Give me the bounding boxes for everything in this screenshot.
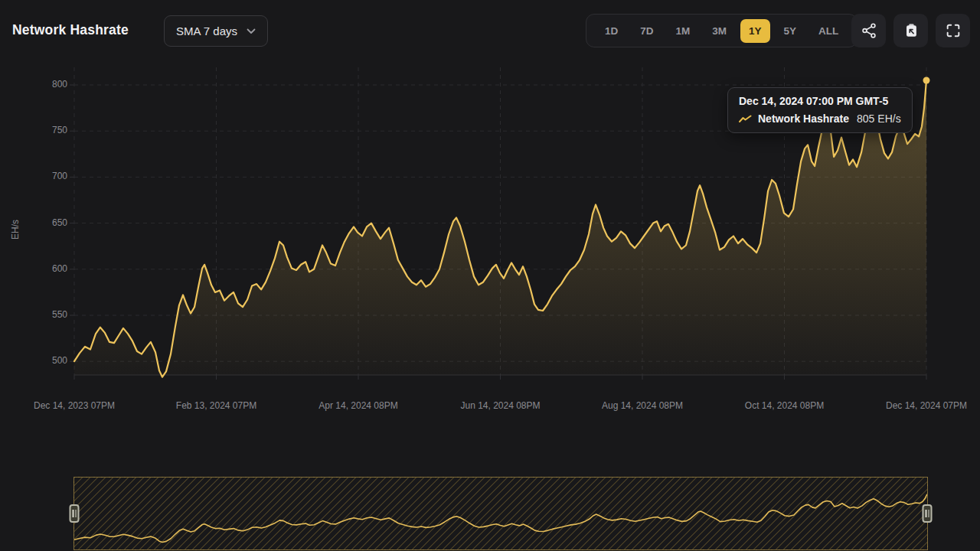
x-tick-label: Oct 14, 2024 08PM (745, 400, 824, 411)
sparkline-icon (739, 115, 752, 123)
x-tick-label: Jun 14, 2024 08PM (460, 400, 540, 411)
y-axis-unit-label: EH/s (10, 220, 21, 240)
brush-minichart (74, 478, 927, 549)
tooltip-value: 805 EH/s (857, 112, 901, 125)
x-tick-label: Aug 14, 2024 08PM (602, 400, 683, 411)
y-tick-label: 600 (37, 263, 67, 274)
y-tick-label: 750 (37, 125, 67, 135)
x-tick-label: Feb 13, 2024 07PM (176, 400, 256, 411)
chart-tooltip: Dec 14, 2024 07:00 PM GMT-5 Network Hash… (727, 87, 913, 133)
hashrate-chart[interactable] (0, 0, 980, 429)
y-tick-label: 550 (37, 309, 67, 320)
network-hashrate-panel: Network Hashrate SMA 7 days 1D7D1M3M1Y5Y… (0, 0, 980, 551)
x-tick-label: Dec 14, 2024 07PM (886, 400, 967, 411)
y-tick-label: 650 (37, 217, 67, 228)
x-tick-label: Apr 14, 2024 08PM (318, 400, 397, 411)
y-tick-label: 500 (37, 355, 67, 366)
y-tick-label: 700 (37, 171, 67, 181)
brush-handle-left[interactable] (70, 504, 80, 523)
y-tick-label: 800 (37, 79, 67, 90)
tooltip-series-label: Network Hashrate (758, 112, 849, 125)
range-brush[interactable] (74, 477, 928, 550)
tooltip-timestamp: Dec 14, 2024 07:00 PM GMT-5 (739, 95, 901, 107)
x-tick-label: Dec 14, 2023 07PM (34, 400, 115, 411)
brush-handle-right[interactable] (923, 504, 933, 523)
